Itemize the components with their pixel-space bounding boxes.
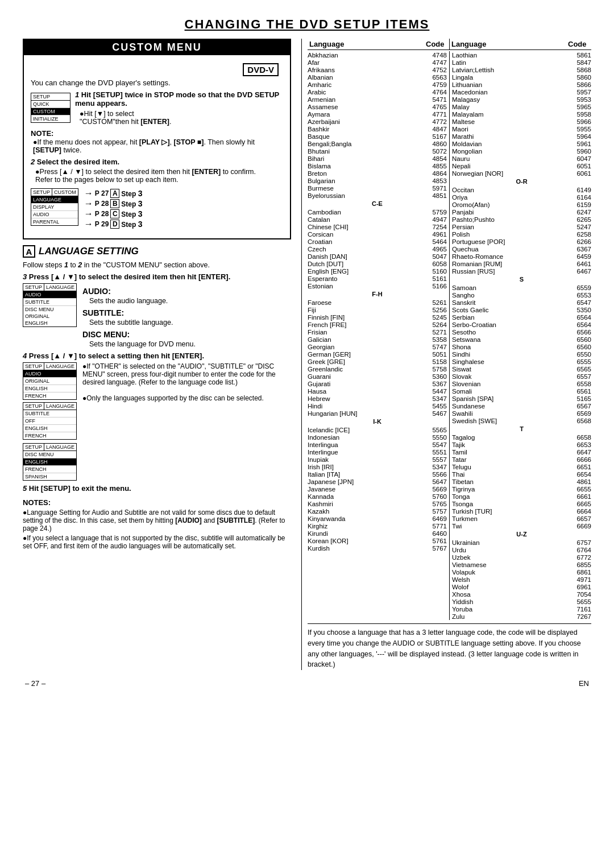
lang-name: Interlingua — [308, 441, 338, 448]
lang-row: Sanskrit6547 — [452, 299, 591, 306]
lang-code: 6664 — [573, 508, 591, 515]
lang-row: Macedonian5957 — [452, 88, 591, 96]
lang-row: Bhutani5072 — [308, 147, 447, 155]
lang-name: Sanskrit — [452, 299, 476, 306]
lang-code: 6550 — [573, 351, 591, 358]
lang-row: Urdu6764 — [452, 546, 591, 553]
lang-code: 5247 — [573, 224, 591, 230]
lang-name: Rhaeto-Romance — [452, 253, 503, 260]
lang-row: Indonesian5550 — [308, 433, 447, 441]
lang-row: Afar4747 — [308, 59, 447, 66]
lang-name: Georgian — [308, 344, 334, 350]
lang-name: Cambodian — [308, 209, 341, 216]
lang-name: Slovak — [452, 373, 472, 380]
lang-row: Twi6669 — [452, 522, 591, 530]
lang-code: 4965 — [429, 246, 447, 253]
lang-code: 6553 — [573, 292, 591, 299]
lang-row: Setswana6560 — [452, 336, 591, 343]
lang-row: Czech4965 — [308, 245, 447, 253]
bottom-notes: NOTES: ●Language Setting for Audio and S… — [23, 498, 291, 550]
lang-name: Greenlandic — [308, 366, 343, 373]
lang-row: Italian [ITA]5566 — [308, 470, 447, 478]
lang-name: Latvian;Lettish — [452, 67, 494, 73]
lang-name: Galician — [308, 336, 331, 343]
lang-row: Faroese5261 — [308, 299, 447, 306]
lang-name: Malayalam — [452, 111, 484, 118]
lang-row: Oriya6164 — [452, 193, 591, 201]
lang-code: 5655 — [573, 598, 591, 605]
lang-row: Maori5955 — [452, 125, 591, 133]
lang-code: 5358 — [429, 336, 447, 343]
lang-row: Vietnamese6855 — [452, 561, 591, 568]
lang-row: Wolof6961 — [452, 583, 591, 590]
lang-row: Russian [RUS]6467 — [452, 267, 591, 275]
footer-page: – 27 – — [25, 679, 45, 688]
lang-code: 5557 — [429, 456, 447, 463]
lang-name: Afrikaans — [308, 67, 335, 73]
lang-name: Tsonga — [452, 501, 473, 507]
lang-row: Swahili6569 — [452, 410, 591, 417]
lang-name: Siswat — [452, 366, 471, 373]
lang-name: Twi — [452, 523, 462, 530]
lang-row: Latvian;Lettish5868 — [452, 66, 591, 73]
lang-code: 5271 — [429, 329, 447, 336]
lang-name: Zulu — [452, 613, 464, 620]
step-arrow-b: → P 28 B Step 3 — [84, 199, 143, 209]
lang-name: Oriya — [452, 194, 467, 201]
lang-code: 4947 — [429, 216, 447, 223]
lang-name: Inupiak — [308, 456, 329, 463]
lang-name: German [GER] — [308, 351, 351, 358]
lang-name: Interlingue — [308, 449, 338, 456]
lang-setting-letter: A — [23, 245, 35, 258]
lang-name: Marathi — [452, 133, 474, 140]
lang-row: Bengali;Bangla4860 — [308, 140, 447, 147]
lang-name: Polish — [452, 231, 470, 238]
lang-name: Maori — [452, 126, 468, 133]
lang-code: 4860 — [429, 140, 447, 147]
lang-row: Javanese5669 — [308, 485, 447, 493]
lang-row: Sundanese6567 — [452, 402, 591, 410]
lang-code: 5958 — [573, 111, 591, 118]
lang-code: 4855 — [429, 163, 447, 170]
lang-code: 5866 — [573, 81, 591, 88]
lang-name: Samoan — [452, 284, 476, 291]
lang-name: Vietnamese — [452, 561, 487, 568]
lang-row: Tatar6666 — [452, 456, 591, 463]
lang-code: 5955 — [573, 126, 591, 133]
lang-row: Mongolian5960 — [452, 147, 591, 155]
lang-code: 6461 — [573, 261, 591, 267]
lang-code: 5347 — [429, 464, 447, 470]
audio-label: AUDIO: — [82, 287, 196, 296]
lang-code: 5165 — [573, 395, 591, 402]
lang-code: 5160 — [429, 268, 447, 275]
lang-code: 4752 — [429, 67, 447, 73]
right-column: Language Code Language Code Abkhazian474… — [301, 39, 591, 670]
lang-row: Spanish [SPA]5165 — [452, 395, 591, 402]
lang-code: 6459 — [573, 253, 591, 260]
lang-code: 4759 — [429, 81, 447, 88]
lang-row: Inupiak5557 — [308, 456, 447, 463]
lang-row: Swedish [SWE]6568 — [452, 417, 591, 424]
lang-code: 5960 — [573, 148, 591, 155]
lang-code: 5758 — [429, 366, 447, 373]
lang-row: Panjabi6247 — [452, 208, 591, 216]
lang-name: Bengali;Bangla — [308, 140, 351, 147]
lang-name: Setswana — [452, 336, 481, 343]
lang-row: Uzbek6772 — [452, 553, 591, 561]
lang-name: Italian [ITA] — [308, 471, 340, 478]
lang-name: Norwegian [NOR] — [452, 170, 503, 177]
lang-name: Macedonian — [452, 89, 488, 96]
lang-code: 5161 — [429, 275, 447, 282]
lang-name: Kirghiz — [308, 523, 327, 530]
lang-code: 5868 — [573, 67, 591, 73]
lang-row: Turkmen6657 — [452, 515, 591, 522]
lang-row: Shona6560 — [452, 343, 591, 350]
lang-code: 5961 — [573, 140, 591, 147]
lang-name: Icelandic [ICE] — [308, 427, 350, 433]
lang-name: Romanian [RUM] — [452, 261, 502, 267]
lang-name: Lingala — [452, 74, 473, 81]
lang-row: Catalan4947 — [308, 216, 447, 223]
lang-row: Maltese5966 — [452, 118, 591, 125]
lang-code: 5860 — [573, 74, 591, 81]
left-lang-col: Abkhazian4748Afar4747Afrikaans4752Albani… — [308, 51, 449, 620]
